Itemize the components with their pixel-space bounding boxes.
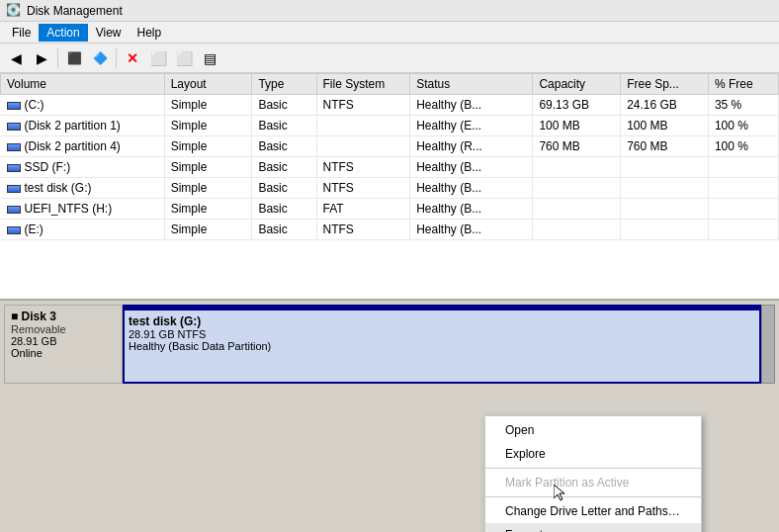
new-button[interactable]: ⬜ bbox=[146, 46, 170, 70]
col-status[interactable]: Status bbox=[410, 74, 533, 95]
cell-filesystem: FAT bbox=[316, 199, 410, 220]
context-menu: Open Explore Mark Partition as Active Ch… bbox=[484, 415, 702, 532]
context-change-letter[interactable]: Change Drive Letter and Paths… bbox=[485, 499, 701, 523]
table-row[interactable]: UEFI_NTFS (H:) Simple Basic FAT Healthy … bbox=[1, 199, 779, 220]
volume-icon bbox=[7, 164, 21, 172]
cell-freesp bbox=[621, 199, 709, 220]
diskmap-button[interactable]: ⬛ bbox=[62, 46, 86, 70]
volume-table: Volume Layout Type File System Status Ca… bbox=[0, 73, 779, 240]
col-layout[interactable]: Layout bbox=[164, 74, 252, 95]
table-header-row: Volume Layout Type File System Status Ca… bbox=[1, 74, 779, 95]
properties-button[interactable]: 🔷 bbox=[88, 46, 112, 70]
cell-pctfree: 35 % bbox=[708, 95, 778, 116]
volume-icon bbox=[7, 143, 21, 151]
cell-pctfree bbox=[708, 199, 778, 220]
cell-layout: Simple bbox=[164, 136, 252, 157]
cell-layout: Simple bbox=[164, 95, 252, 116]
menu-help[interactable]: Help bbox=[130, 24, 170, 42]
context-format[interactable]: Format… bbox=[485, 523, 701, 532]
table-row[interactable]: (E:) Simple Basic NTFS Healthy (B... bbox=[1, 220, 779, 240]
col-filesystem[interactable]: File System bbox=[316, 74, 410, 95]
col-freesp[interactable]: Free Sp... bbox=[621, 74, 709, 95]
title-bar: 💽 Disk Management bbox=[0, 0, 779, 22]
import-button[interactable]: ⬜ bbox=[172, 46, 196, 70]
menu-bar: File Action View Help bbox=[0, 22, 779, 44]
table-row[interactable]: (C:) Simple Basic NTFS Healthy (B... 69.… bbox=[1, 95, 779, 116]
cell-volume: (C:) bbox=[1, 95, 165, 116]
cell-volume: (Disk 2 partition 4) bbox=[1, 136, 165, 157]
cell-pctfree bbox=[708, 220, 778, 240]
cell-filesystem: NTFS bbox=[316, 178, 410, 199]
cell-type: Basic bbox=[252, 220, 316, 240]
disk-row-3: ■ Disk 3 Removable 28.91 GB Online test … bbox=[4, 305, 775, 384]
toolbar-separator-2 bbox=[116, 48, 117, 68]
cell-status: Healthy (B... bbox=[410, 199, 533, 220]
cell-type: Basic bbox=[252, 116, 316, 136]
app-title: Disk Management bbox=[27, 4, 123, 18]
cell-layout: Simple bbox=[164, 199, 252, 220]
cell-freesp: 100 MB bbox=[621, 116, 709, 136]
col-pctfree[interactable]: % Free bbox=[708, 74, 778, 95]
cell-volume: (E:) bbox=[1, 220, 165, 240]
cell-type: Basic bbox=[252, 178, 316, 199]
delete-button[interactable]: ✕ bbox=[121, 46, 144, 70]
menu-view[interactable]: View bbox=[88, 24, 130, 42]
cell-layout: Simple bbox=[164, 220, 252, 240]
menu-action[interactable]: Action bbox=[39, 24, 87, 42]
cell-pctfree bbox=[708, 178, 778, 199]
volume-table-container: Volume Layout Type File System Status Ca… bbox=[0, 73, 779, 301]
menu-file[interactable]: File bbox=[4, 24, 39, 42]
cell-status: Healthy (R... bbox=[410, 136, 533, 157]
table-row[interactable]: (Disk 2 partition 4) Simple Basic Health… bbox=[1, 136, 779, 157]
volume-icon bbox=[7, 123, 21, 131]
toolbar: ◀ ▶ ⬛ 🔷 ✕ ⬜ ⬜ ▤ bbox=[0, 44, 779, 73]
disk-name: ■ Disk 3 bbox=[11, 310, 116, 323]
cell-freesp bbox=[621, 178, 709, 199]
cell-type: Basic bbox=[252, 136, 316, 157]
cell-volume: SSD (F:) bbox=[1, 157, 165, 178]
volume-icon bbox=[7, 185, 21, 193]
cell-status: Healthy (B... bbox=[410, 95, 533, 116]
back-button[interactable]: ◀ bbox=[4, 46, 28, 70]
disk-type: Removable bbox=[11, 323, 116, 335]
cell-status: Healthy (B... bbox=[410, 178, 533, 199]
cell-filesystem: NTFS bbox=[316, 220, 410, 240]
table-row[interactable]: (Disk 2 partition 1) Simple Basic Health… bbox=[1, 116, 779, 136]
cell-type: Basic bbox=[252, 157, 316, 178]
cell-capacity bbox=[533, 178, 621, 199]
app-icon: 💽 bbox=[6, 3, 22, 19]
col-volume[interactable]: Volume bbox=[1, 74, 165, 95]
cell-capacity bbox=[533, 220, 621, 240]
cell-layout: Simple bbox=[164, 178, 252, 199]
context-explore[interactable]: Explore bbox=[485, 442, 701, 466]
cell-layout: Simple bbox=[164, 116, 252, 136]
cell-capacity: 69.13 GB bbox=[533, 95, 621, 116]
col-capacity[interactable]: Capacity bbox=[533, 74, 621, 95]
cell-freesp bbox=[621, 157, 709, 178]
volume-icon bbox=[7, 102, 21, 110]
cell-filesystem bbox=[316, 116, 410, 136]
cell-filesystem: NTFS bbox=[316, 95, 410, 116]
cell-volume: (Disk 2 partition 1) bbox=[1, 116, 165, 136]
col-type[interactable]: Type bbox=[252, 74, 316, 95]
cell-filesystem: NTFS bbox=[316, 157, 410, 178]
context-separator-2 bbox=[485, 496, 701, 497]
disk-partitions-3: test disk (G:) 28.91 GB NTFS Healthy (Ba… bbox=[123, 305, 775, 384]
cell-freesp: 24.16 GB bbox=[621, 95, 709, 116]
partition-size-g: 28.91 GB NTFS bbox=[129, 328, 755, 340]
unallocated-strip bbox=[761, 305, 775, 384]
table-row[interactable]: SSD (F:) Simple Basic NTFS Healthy (B... bbox=[1, 157, 779, 178]
cell-pctfree: 100 % bbox=[708, 116, 778, 136]
context-open[interactable]: Open bbox=[485, 418, 701, 442]
volume-icon bbox=[7, 226, 21, 234]
partition-block-g[interactable]: test disk (G:) 28.91 GB NTFS Healthy (Ba… bbox=[123, 305, 761, 384]
export-button[interactable]: ▤ bbox=[198, 46, 221, 70]
context-separator-1 bbox=[485, 468, 701, 469]
cell-status: Healthy (B... bbox=[410, 220, 533, 240]
cell-pctfree bbox=[708, 157, 778, 178]
disk-status: Online bbox=[11, 347, 116, 359]
table-row[interactable]: test disk (G:) Simple Basic NTFS Healthy… bbox=[1, 178, 779, 199]
cell-filesystem bbox=[316, 136, 410, 157]
partition-name-g: test disk (G:) bbox=[129, 314, 755, 328]
forward-button[interactable]: ▶ bbox=[30, 46, 53, 70]
